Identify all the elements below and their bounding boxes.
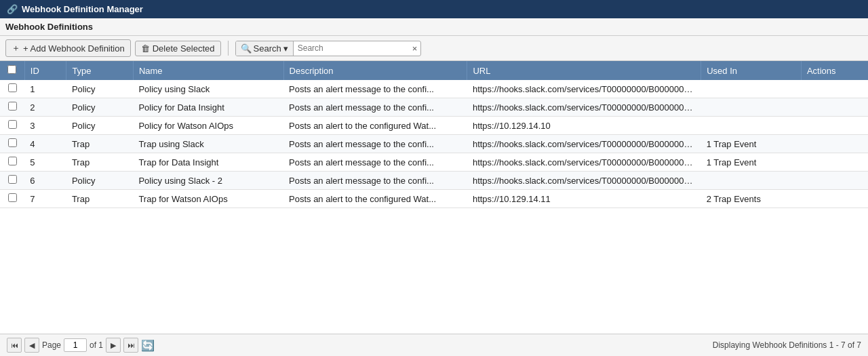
chevron-down-icon: ▾ — [283, 43, 288, 54]
cell-usedin — [701, 172, 802, 190]
cell-id: 4 — [24, 135, 66, 153]
row-checkbox-cell — [0, 80, 24, 98]
cell-id: 6 — [24, 172, 66, 190]
cell-id: 5 — [24, 153, 66, 172]
trash-icon: 🗑 — [141, 43, 150, 54]
cell-type: Policy — [66, 117, 134, 135]
row-checkbox-cell — [0, 172, 24, 190]
cell-type: Policy — [66, 80, 134, 98]
row-checkbox-cell — [0, 117, 24, 135]
table-row: 2PolicyPolicy for Data InsightPosts an a… — [0, 98, 868, 117]
cell-description: Posts an alert to the configured Wat... — [283, 117, 467, 135]
footer: ⏮ ◀ Page of 1 ▶ ⏭ 🔄 Displaying Webhook D… — [0, 334, 868, 356]
col-header-description[interactable]: Description — [283, 61, 467, 80]
last-page-button[interactable]: ⏭ — [123, 338, 138, 353]
row-checkbox[interactable] — [8, 157, 17, 165]
delete-button-label: Delete Selected — [153, 43, 215, 54]
cell-id: 1 — [24, 80, 66, 98]
cell-url: https://10.129.14.10 — [467, 117, 701, 135]
prev-page-button[interactable]: ◀ — [24, 338, 39, 353]
select-all-checkbox[interactable] — [7, 65, 16, 74]
col-header-type[interactable]: Type — [66, 61, 134, 80]
cell-type: Trap — [66, 153, 134, 172]
cell-description: Posts an alert to the configured Wat... — [283, 190, 467, 208]
table-row: 7TrapTrap for Watson AIOpsPosts an alert… — [0, 190, 868, 208]
section-header: Webhook Definitions — [0, 18, 868, 36]
cell-actions — [801, 98, 868, 117]
row-checkbox[interactable] — [8, 193, 17, 202]
col-header-url[interactable]: URL — [467, 61, 701, 80]
add-webhook-button[interactable]: ＋ + Add Webhook Definition — [5, 39, 131, 57]
page-number-input[interactable] — [64, 338, 87, 352]
cell-usedin: 1 Trap Event — [701, 135, 802, 153]
search-input[interactable] — [294, 41, 409, 55]
row-checkbox[interactable] — [8, 138, 17, 147]
cell-description: Posts an alert message to the confi... — [283, 172, 467, 190]
cell-usedin: 1 Trap Event — [701, 153, 802, 172]
search-clear-button[interactable]: × — [409, 41, 421, 56]
row-checkbox[interactable] — [8, 175, 17, 184]
cell-usedin: 2 Trap Events — [701, 190, 802, 208]
cell-url: https://hooks.slack.com/services/T000000… — [467, 80, 701, 98]
page-label: Page — [42, 340, 61, 350]
select-all-checkbox-header[interactable] — [0, 61, 24, 80]
search-button-label: Search — [254, 43, 281, 54]
cell-name: Trap using Slack — [133, 135, 283, 153]
cell-description: Posts an alert message to the confi... — [283, 80, 467, 98]
add-icon: ＋ — [12, 42, 20, 54]
cell-url: https://hooks.slack.com/services/T000000… — [467, 172, 701, 190]
search-dropdown-button[interactable]: 🔍 Search ▾ — [236, 41, 294, 56]
row-checkbox[interactable] — [8, 102, 17, 111]
cell-actions — [801, 135, 868, 153]
table-body: 1PolicyPolicy using SlackPosts an alert … — [0, 80, 868, 208]
app-title: Webhook Definition Manager — [22, 4, 143, 14]
search-icon: 🔍 — [241, 43, 252, 54]
row-checkbox-cell — [0, 153, 24, 172]
table-row: 6PolicyPolicy using Slack - 2Posts an al… — [0, 172, 868, 190]
col-header-id[interactable]: ID — [24, 61, 66, 80]
refresh-button[interactable]: 🔄 — [141, 339, 155, 352]
row-checkbox[interactable] — [8, 120, 17, 129]
cell-actions — [801, 153, 868, 172]
col-header-actions[interactable]: Actions — [801, 61, 868, 80]
cell-type: Policy — [66, 172, 134, 190]
app-icon: 🔗 — [7, 4, 18, 14]
cell-url: https://hooks.slack.com/services/T000000… — [467, 135, 701, 153]
cell-name: Policy for Data Insight — [133, 98, 283, 117]
cell-description: Posts an alert message to the confi... — [283, 98, 467, 117]
pagination: ⏮ ◀ Page of 1 ▶ ⏭ 🔄 — [7, 338, 155, 353]
cell-name: Policy using Slack - 2 — [133, 172, 283, 190]
cell-type: Trap — [66, 135, 134, 153]
first-page-button[interactable]: ⏮ — [7, 338, 22, 353]
cell-url: https://10.129.14.11 — [467, 190, 701, 208]
close-icon: × — [412, 43, 418, 54]
cell-id: 7 — [24, 190, 66, 208]
cell-type: Policy — [66, 98, 134, 117]
toolbar-separator — [228, 41, 229, 56]
title-bar: 🔗 Webhook Definition Manager — [0, 0, 868, 18]
cell-name: Policy for Watson AIOps — [133, 117, 283, 135]
row-checkbox-cell — [0, 98, 24, 117]
cell-usedin — [701, 80, 802, 98]
table-row: 3PolicyPolicy for Watson AIOpsPosts an a… — [0, 117, 868, 135]
col-header-usedin[interactable]: Used In — [701, 61, 802, 80]
row-checkbox-cell — [0, 190, 24, 208]
cell-actions — [801, 190, 868, 208]
next-page-button[interactable]: ▶ — [106, 338, 121, 353]
row-checkbox[interactable] — [8, 83, 17, 92]
cell-name: Trap for Data Insight — [133, 153, 283, 172]
cell-actions — [801, 117, 868, 135]
cell-description: Posts an alert message to the confi... — [283, 135, 467, 153]
delete-selected-button[interactable]: 🗑 Delete Selected — [135, 41, 221, 56]
webhook-table: ID Type Name Description URL Used In Act… — [0, 61, 868, 208]
cell-usedin — [701, 117, 802, 135]
col-header-name[interactable]: Name — [133, 61, 283, 80]
toolbar: ＋ + Add Webhook Definition 🗑 Delete Sele… — [0, 36, 868, 61]
table-row: 1PolicyPolicy using SlackPosts an alert … — [0, 80, 868, 98]
cell-url: https://hooks.slack.com/services/T000000… — [467, 153, 701, 172]
status-text: Displaying Webhook Definitions 1 - 7 of … — [713, 340, 861, 350]
section-title: Webhook Definitions — [5, 22, 93, 32]
cell-url: https://hooks.slack.com/services/T000000… — [467, 98, 701, 117]
cell-actions — [801, 172, 868, 190]
cell-id: 3 — [24, 117, 66, 135]
